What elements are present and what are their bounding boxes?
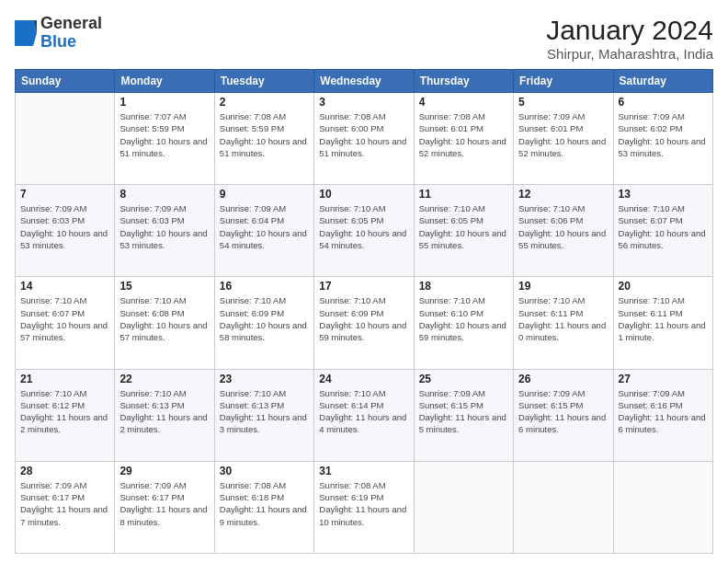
- title-block: January 2024 Shirpur, Maharashtra, India: [546, 15, 713, 62]
- week-row-2: 14Sunrise: 7:10 AMSunset: 6:07 PMDayligh…: [16, 277, 713, 369]
- calendar-cell: 27Sunrise: 7:09 AMSunset: 6:16 PMDayligh…: [613, 369, 712, 461]
- calendar-cell: [514, 461, 613, 553]
- day-number: 12: [518, 188, 608, 201]
- day-number: 14: [20, 280, 109, 293]
- day-info: Sunrise: 7:08 AMSunset: 6:00 PMDaylight:…: [319, 110, 408, 159]
- week-row-3: 21Sunrise: 7:10 AMSunset: 6:12 PMDayligh…: [16, 369, 713, 461]
- calendar-body: 1Sunrise: 7:07 AMSunset: 5:59 PMDaylight…: [16, 93, 713, 554]
- calendar-cell: 1Sunrise: 7:07 AMSunset: 5:59 PMDaylight…: [115, 93, 214, 185]
- week-row-0: 1Sunrise: 7:07 AMSunset: 5:59 PMDaylight…: [16, 93, 713, 185]
- calendar-cell: 18Sunrise: 7:10 AMSunset: 6:10 PMDayligh…: [414, 277, 513, 369]
- logo-blue: Blue: [40, 32, 76, 51]
- day-number: 6: [619, 96, 708, 109]
- day-info: Sunrise: 7:09 AMSunset: 6:16 PMDaylight:…: [619, 387, 708, 436]
- calendar-cell: 12Sunrise: 7:10 AMSunset: 6:06 PMDayligh…: [514, 185, 613, 277]
- logo-text: General Blue: [40, 15, 102, 52]
- day-info: Sunrise: 7:09 AMSunset: 6:03 PMDaylight:…: [20, 202, 109, 251]
- calendar-cell: 4Sunrise: 7:08 AMSunset: 6:01 PMDaylight…: [414, 93, 513, 185]
- day-number: 11: [419, 188, 508, 201]
- day-number: 13: [619, 188, 708, 201]
- day-number: 4: [419, 96, 508, 109]
- header-day-sunday: Sunday: [16, 70, 115, 93]
- day-info: Sunrise: 7:10 AMSunset: 6:06 PMDaylight:…: [518, 202, 608, 251]
- logo: General Blue: [15, 15, 102, 52]
- day-number: 28: [20, 465, 109, 477]
- calendar-cell: 28Sunrise: 7:09 AMSunset: 6:17 PMDayligh…: [16, 461, 115, 553]
- day-number: 22: [119, 373, 209, 385]
- day-info: Sunrise: 7:10 AMSunset: 6:08 PMDaylight:…: [119, 294, 209, 343]
- day-info: Sunrise: 7:09 AMSunset: 6:03 PMDaylight:…: [119, 202, 209, 251]
- day-number: 7: [20, 188, 109, 201]
- calendar-cell: 10Sunrise: 7:10 AMSunset: 6:05 PMDayligh…: [314, 185, 414, 277]
- calendar-cell: [613, 461, 712, 553]
- day-info: Sunrise: 7:10 AMSunset: 6:09 PMDaylight:…: [220, 294, 309, 343]
- day-number: 26: [518, 373, 608, 385]
- header-row: SundayMondayTuesdayWednesdayThursdayFrid…: [16, 70, 713, 93]
- calendar-header: SundayMondayTuesdayWednesdayThursdayFrid…: [16, 70, 713, 93]
- week-row-1: 7Sunrise: 7:09 AMSunset: 6:03 PMDaylight…: [16, 185, 713, 277]
- day-info: Sunrise: 7:10 AMSunset: 6:12 PMDaylight:…: [20, 387, 109, 436]
- day-info: Sunrise: 7:10 AMSunset: 6:11 PMDaylight:…: [619, 294, 708, 343]
- calendar-cell: 6Sunrise: 7:09 AMSunset: 6:02 PMDaylight…: [613, 93, 712, 185]
- calendar-cell: 8Sunrise: 7:09 AMSunset: 6:03 PMDaylight…: [115, 185, 214, 277]
- day-number: 16: [220, 280, 309, 293]
- calendar-cell: 11Sunrise: 7:10 AMSunset: 6:05 PMDayligh…: [414, 185, 513, 277]
- calendar-cell: 25Sunrise: 7:09 AMSunset: 6:15 PMDayligh…: [414, 369, 513, 461]
- header: General Blue January 2024 Shirpur, Mahar…: [15, 15, 713, 62]
- day-number: 23: [220, 373, 309, 385]
- day-info: Sunrise: 7:08 AMSunset: 6:19 PMDaylight:…: [319, 479, 408, 528]
- calendar-cell: 15Sunrise: 7:10 AMSunset: 6:08 PMDayligh…: [115, 277, 214, 369]
- day-number: 17: [319, 280, 408, 293]
- day-info: Sunrise: 7:10 AMSunset: 6:07 PMDaylight:…: [20, 294, 109, 343]
- day-number: 29: [119, 465, 209, 477]
- calendar-cell: 22Sunrise: 7:10 AMSunset: 6:13 PMDayligh…: [115, 369, 214, 461]
- day-number: 18: [419, 280, 508, 293]
- day-info: Sunrise: 7:10 AMSunset: 6:05 PMDaylight:…: [419, 202, 508, 251]
- header-day-wednesday: Wednesday: [314, 70, 414, 93]
- day-info: Sunrise: 7:09 AMSunset: 6:17 PMDaylight:…: [119, 479, 209, 528]
- calendar-cell: 29Sunrise: 7:09 AMSunset: 6:17 PMDayligh…: [115, 461, 214, 553]
- calendar-cell: 5Sunrise: 7:09 AMSunset: 6:01 PMDaylight…: [514, 93, 613, 185]
- day-info: Sunrise: 7:10 AMSunset: 6:13 PMDaylight:…: [220, 387, 309, 436]
- day-number: 8: [119, 188, 209, 201]
- day-info: Sunrise: 7:10 AMSunset: 6:09 PMDaylight:…: [319, 294, 408, 343]
- header-day-tuesday: Tuesday: [214, 70, 313, 93]
- calendar-cell: 23Sunrise: 7:10 AMSunset: 6:13 PMDayligh…: [214, 369, 313, 461]
- svg-marker-0: [15, 20, 37, 46]
- day-number: 5: [518, 96, 608, 109]
- day-info: Sunrise: 7:08 AMSunset: 5:59 PMDaylight:…: [220, 110, 309, 159]
- calendar-cell: 30Sunrise: 7:08 AMSunset: 6:18 PMDayligh…: [214, 461, 313, 553]
- header-day-saturday: Saturday: [613, 70, 712, 93]
- day-number: 30: [220, 465, 309, 477]
- day-number: 27: [619, 373, 708, 385]
- day-info: Sunrise: 7:09 AMSunset: 6:01 PMDaylight:…: [518, 110, 608, 159]
- calendar-cell: 20Sunrise: 7:10 AMSunset: 6:11 PMDayligh…: [613, 277, 712, 369]
- calendar-cell: 14Sunrise: 7:10 AMSunset: 6:07 PMDayligh…: [16, 277, 115, 369]
- header-day-thursday: Thursday: [414, 70, 513, 93]
- day-info: Sunrise: 7:09 AMSunset: 6:04 PMDaylight:…: [220, 202, 309, 251]
- day-info: Sunrise: 7:10 AMSunset: 6:13 PMDaylight:…: [119, 387, 209, 436]
- day-number: 1: [119, 96, 209, 109]
- day-info: Sunrise: 7:10 AMSunset: 6:14 PMDaylight:…: [319, 387, 408, 436]
- calendar-cell: 9Sunrise: 7:09 AMSunset: 6:04 PMDaylight…: [214, 185, 313, 277]
- logo-icon: [15, 20, 37, 46]
- day-number: 20: [619, 280, 708, 293]
- calendar-cell: 13Sunrise: 7:10 AMSunset: 6:07 PMDayligh…: [613, 185, 712, 277]
- day-number: 15: [119, 280, 209, 293]
- day-number: 24: [319, 373, 408, 385]
- calendar-cell: 7Sunrise: 7:09 AMSunset: 6:03 PMDaylight…: [16, 185, 115, 277]
- day-info: Sunrise: 7:10 AMSunset: 6:05 PMDaylight:…: [319, 202, 408, 251]
- header-day-monday: Monday: [115, 70, 214, 93]
- header-day-friday: Friday: [514, 70, 613, 93]
- day-info: Sunrise: 7:10 AMSunset: 6:07 PMDaylight:…: [619, 202, 708, 251]
- day-number: 2: [220, 96, 309, 109]
- day-info: Sunrise: 7:08 AMSunset: 6:01 PMDaylight:…: [419, 110, 508, 159]
- main-title: January 2024: [546, 15, 713, 46]
- calendar-cell: 31Sunrise: 7:08 AMSunset: 6:19 PMDayligh…: [314, 461, 414, 553]
- calendar-cell: 3Sunrise: 7:08 AMSunset: 6:00 PMDaylight…: [314, 93, 414, 185]
- subtitle: Shirpur, Maharashtra, India: [546, 46, 713, 62]
- calendar-cell: [16, 93, 115, 185]
- week-row-4: 28Sunrise: 7:09 AMSunset: 6:17 PMDayligh…: [16, 461, 713, 553]
- day-info: Sunrise: 7:09 AMSunset: 6:15 PMDaylight:…: [419, 387, 508, 436]
- calendar-cell: 24Sunrise: 7:10 AMSunset: 6:14 PMDayligh…: [314, 369, 414, 461]
